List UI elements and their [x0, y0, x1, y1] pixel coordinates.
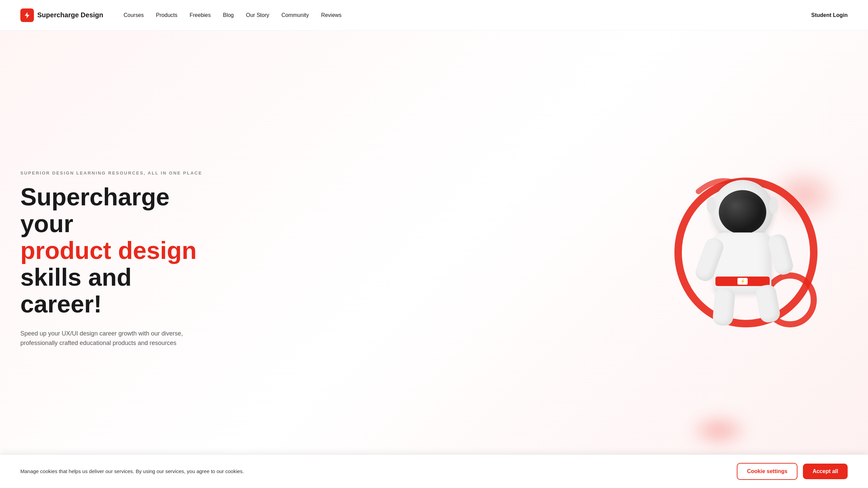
astronaut-helmet	[712, 180, 773, 241]
logo-icon	[20, 8, 34, 22]
nav-item-blog[interactable]: Blog	[223, 12, 234, 18]
hero-illustration	[347, 30, 868, 488]
astronaut-leg-right	[755, 284, 781, 324]
accept-all-button[interactable]: Accept all	[803, 464, 848, 479]
astronaut-figure	[692, 180, 793, 332]
hero-description: Speed up your UX/UI design career growth…	[20, 329, 210, 348]
nav-item-our-story[interactable]: Our Story	[246, 12, 269, 18]
nav-item-products[interactable]: Products	[156, 12, 177, 18]
glow-blob-1	[688, 413, 749, 447]
student-login-link[interactable]: Student Login	[811, 12, 848, 18]
nav-item-community[interactable]: Community	[281, 12, 309, 18]
hero-content: SUPERIOR DESIGN LEARNING RESOURCES, ALL …	[0, 143, 237, 375]
astronaut-leg-left	[712, 288, 735, 327]
logo[interactable]: Supercharge Design	[20, 8, 103, 22]
cookie-banner: Manage cookies that helps us deliver our…	[0, 454, 868, 488]
hero-eyebrow: SUPERIOR DESIGN LEARNING RESOURCES, ALL …	[20, 170, 217, 176]
hero-title-highlight: product design	[20, 237, 197, 264]
hero-title-line3: skills and career!	[20, 264, 132, 318]
nav-item-courses[interactable]: Courses	[124, 12, 144, 18]
hero-section: SUPERIOR DESIGN LEARNING RESOURCES, ALL …	[0, 30, 868, 488]
astronaut-buckle	[737, 278, 748, 285]
hero-title: Supercharge your product design skills a…	[20, 184, 217, 318]
helmet-visor	[719, 190, 766, 234]
cookie-actions: Cookie settings Accept all	[737, 463, 848, 480]
nav-item-freebies[interactable]: Freebies	[190, 12, 211, 18]
bolt-icon	[23, 12, 31, 19]
brand-name: Supercharge Design	[37, 11, 103, 19]
helmet-ear-left	[707, 197, 716, 214]
hero-title-line1: Supercharge your	[20, 183, 170, 237]
nav-item-reviews[interactable]: Reviews	[321, 12, 341, 18]
navbar: Supercharge Design Courses Products Free…	[0, 0, 868, 30]
helmet-ear-right	[769, 197, 778, 214]
cookie-message: Manage cookies that helps us deliver our…	[20, 468, 244, 475]
cookie-settings-button[interactable]: Cookie settings	[737, 463, 797, 480]
nav-links: Courses Products Freebies Blog Our Story…	[124, 12, 811, 18]
